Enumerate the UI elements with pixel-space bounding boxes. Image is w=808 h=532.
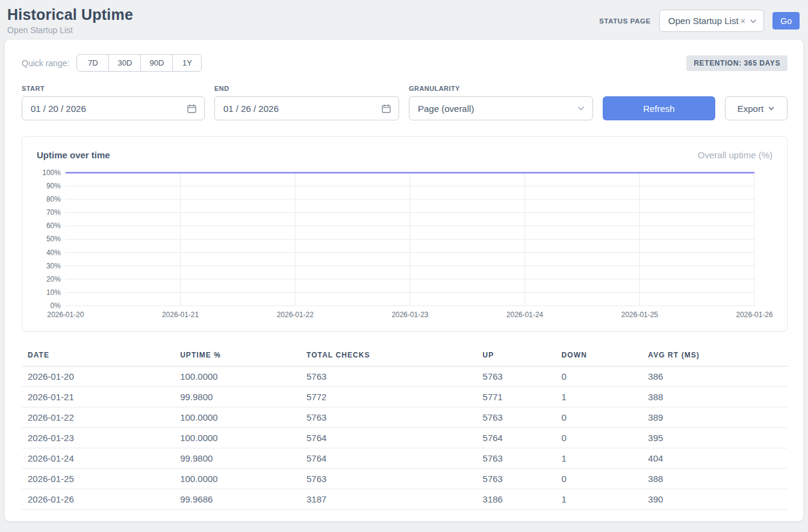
granularity-label: GRANULARITY [409,85,593,92]
table-cell: 5763 [300,407,477,428]
go-button[interactable]: Go [772,12,800,29]
table-cell: 388 [642,469,788,489]
column-header-down: DOWN [556,346,642,367]
column-header-uptime: UPTIME % [174,346,300,367]
page-subtitle: Open Startup List [7,25,133,35]
chevron-down-icon [577,104,585,113]
retention-badge: RETENTION: 365 DAYS [686,55,788,71]
filters-row: START 01 / 20 / 2026 END 01 / 26 / 2026 … [22,85,788,120]
table-cell: 3186 [477,489,556,510]
uptime-table: DATE UPTIME % TOTAL CHECKS UP DOWN AVG R… [22,346,788,510]
quick-range-1y-button[interactable]: 1Y [172,54,202,72]
table-cell: 5763 [477,448,556,469]
table-cell: 5771 [477,387,556,407]
table-cell: 5764 [300,448,477,469]
svg-text:2026-01-25: 2026-01-25 [621,311,658,319]
table-cell: 2026-01-26 [22,489,174,510]
quick-range-30d-button[interactable]: 30D [108,54,141,72]
table-cell: 2026-01-21 [22,387,174,407]
calendar-icon[interactable] [381,104,391,114]
start-date-input[interactable]: 01 / 20 / 2026 [22,96,205,120]
table-cell: 389 [642,407,788,428]
table-row: 2026-01-23100.0000576457640395 [22,428,788,448]
svg-text:2026-01-22: 2026-01-22 [277,311,314,319]
table-cell: 100.0000 [174,428,300,448]
svg-text:80%: 80% [46,195,61,203]
svg-text:30%: 30% [46,262,61,270]
table-cell: 388 [642,387,788,407]
table-cell: 386 [642,367,788,387]
end-date-label: END [214,85,399,92]
table-cell: 3187 [300,489,477,510]
table-cell: 2026-01-23 [22,428,174,448]
status-page-label: STATUS PAGE [599,17,651,25]
granularity-select[interactable]: Page (overall) [409,96,593,120]
table-header-row: DATE UPTIME % TOTAL CHECKS UP DOWN AVG R… [22,346,788,367]
quick-range-buttons: 7D 30D 90D 1Y [76,54,202,72]
table-cell: 0 [556,428,642,448]
status-page-select[interactable]: Open Startup List × [659,10,765,32]
table-cell: 1 [556,489,642,510]
svg-text:2026-01-26: 2026-01-26 [736,311,772,319]
main-panel: Quick range: 7D 30D 90D 1Y RETENTION: 36… [5,40,803,521]
svg-text:20%: 20% [46,275,61,283]
table-cell: 5763 [300,469,477,489]
table-row: 2026-01-25100.0000576357630388 [22,469,788,489]
table-row: 2026-01-22100.0000576357630389 [22,407,788,428]
svg-text:2026-01-20: 2026-01-20 [47,311,84,319]
chevron-down-icon [768,105,775,112]
quick-range-group: Quick range: 7D 30D 90D 1Y [22,54,202,72]
table-cell: 100.0000 [174,407,300,428]
quick-range-label: Quick range: [22,58,69,68]
table-cell: 5764 [300,428,477,448]
clear-selection-icon[interactable]: × [741,16,746,26]
table-cell: 395 [642,428,788,448]
export-button[interactable]: Export [725,96,788,120]
start-date-field: START 01 / 20 / 2026 [22,85,205,120]
table-cell: 0 [556,469,642,489]
column-header-up: UP [477,346,556,367]
end-date-value: 01 / 26 / 2026 [223,104,279,114]
table-cell: 5763 [477,469,556,489]
svg-text:50%: 50% [46,235,61,243]
table-cell: 2026-01-22 [22,407,174,428]
start-date-label: START [22,85,205,92]
svg-text:2026-01-23: 2026-01-23 [391,311,428,319]
table-row: 2026-01-2499.9800576457631404 [22,448,788,469]
svg-text:40%: 40% [46,249,61,257]
quick-range-90d-button[interactable]: 90D [140,54,173,72]
table-cell: 100.0000 [174,469,300,489]
table-cell: 2026-01-20 [22,367,174,387]
table-cell: 99.9800 [174,448,300,469]
granularity-field: GRANULARITY Page (overall) [409,85,593,120]
svg-text:90%: 90% [46,182,61,190]
quick-range-row: Quick range: 7D 30D 90D 1Y RETENTION: 36… [22,54,788,72]
table-cell: 99.9800 [174,387,300,407]
calendar-icon[interactable] [187,104,197,114]
table-cell: 5763 [300,367,477,387]
table-cell: 1 [556,387,642,407]
table-cell: 5763 [477,367,556,387]
table-cell: 5772 [300,387,477,407]
title-block: Historical Uptime Open Startup List [7,6,133,35]
svg-text:2026-01-24: 2026-01-24 [506,311,543,319]
quick-range-7d-button[interactable]: 7D [76,54,109,72]
table-row: 2026-01-20100.0000576357630386 [22,367,788,387]
svg-text:60%: 60% [46,221,61,230]
refresh-button[interactable]: Refresh [603,96,715,120]
table-cell: 5763 [477,407,556,428]
chart-title: Uptime over time [37,150,110,160]
end-date-input[interactable]: 01 / 26 / 2026 [214,96,399,120]
page-header: Historical Uptime Open Startup List STAT… [0,0,808,40]
table-cell: 2026-01-25 [22,469,174,489]
svg-text:0%: 0% [51,302,61,310]
table-cell: 390 [642,489,788,510]
table-cell: 1 [556,448,642,469]
svg-text:100%: 100% [42,169,61,177]
export-label: Export [738,104,763,114]
start-date-value: 01 / 20 / 2026 [31,104,86,114]
table-cell: 0 [556,367,642,387]
table-row: 2026-01-2199.9800577257711388 [22,387,788,407]
svg-text:2026-01-21: 2026-01-21 [162,311,199,319]
table-cell: 404 [642,448,788,469]
